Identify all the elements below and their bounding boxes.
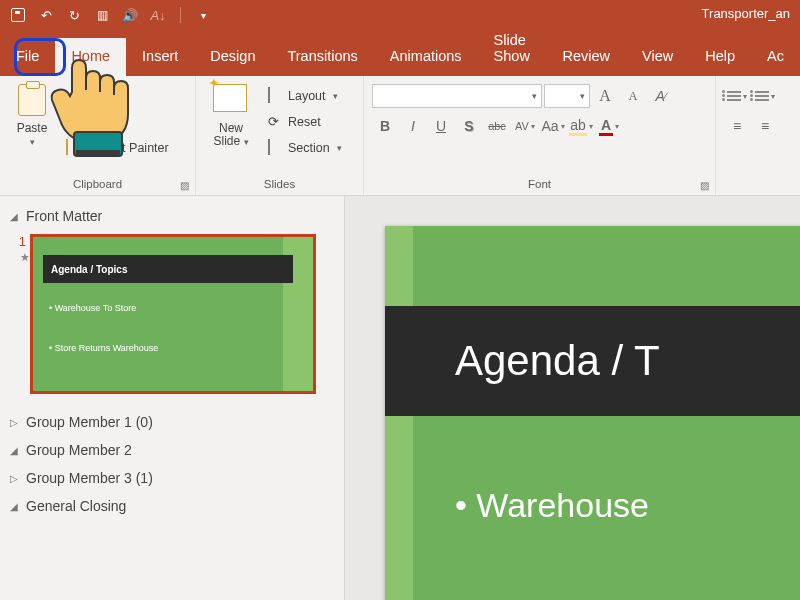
ribbon: Paste▾ ✂ Cut ⧉ Copy Format Painter Clipb…: [0, 76, 800, 196]
slide-thumbnail-row: 1 ★ Agenda / Topics • Warehouse To Store…: [6, 234, 334, 394]
paste-label: Paste: [17, 121, 48, 135]
font-family-combo[interactable]: ▾: [372, 84, 542, 108]
cut-button[interactable]: ✂ Cut: [62, 84, 173, 108]
numbering-icon: [755, 91, 769, 101]
clipboard-icon: [18, 84, 46, 116]
collapse-triangle-icon: ◢: [8, 445, 20, 456]
section-front-matter[interactable]: ◢Front Matter: [6, 202, 334, 230]
save-icon[interactable]: [10, 7, 26, 23]
font-color-button[interactable]: A: [596, 114, 622, 138]
font-dec-icon[interactable]: A↓: [150, 7, 166, 23]
tab-view[interactable]: View: [626, 38, 689, 76]
thumb-bullet-1: • Warehouse To Store: [49, 303, 136, 313]
group-paragraph: ≡ ≡: [716, 76, 800, 195]
section-general-closing[interactable]: ◢General Closing: [6, 492, 334, 520]
tab-review[interactable]: Review: [547, 38, 627, 76]
chevron-down-icon: ▾: [337, 143, 342, 153]
chevron-down-icon: ▾: [244, 137, 249, 147]
collapse-triangle-icon: ◢: [8, 211, 20, 222]
section-group-member-2[interactable]: ◢Group Member 2: [6, 436, 334, 464]
char-spacing-button[interactable]: AV: [512, 114, 538, 138]
align-center-button[interactable]: ≡: [752, 114, 778, 138]
outline-pane[interactable]: ◢Front Matter 1 ★ Agenda / Topics • Ware…: [0, 196, 345, 600]
slide-canvas[interactable]: Agenda / T • Warehouse: [345, 196, 800, 600]
volume-icon[interactable]: 🔊: [122, 7, 138, 23]
dialog-launcher-icon[interactable]: ▨: [700, 180, 709, 191]
slide-title[interactable]: Agenda / T: [385, 306, 800, 416]
thumb-title: Agenda / Topics: [43, 255, 293, 283]
qat-separator: [180, 7, 181, 23]
tab-help[interactable]: Help: [689, 38, 751, 76]
tab-home[interactable]: Home: [55, 38, 126, 76]
slide-number: 1: [6, 234, 30, 249]
section-group-member-1[interactable]: ▷Group Member 1 (0): [6, 408, 334, 436]
tab-transitions[interactable]: Transitions: [271, 38, 373, 76]
thumb-bullet-2: • Store Returns Warehouse: [49, 343, 158, 353]
expand-triangle-icon: ▷: [8, 473, 20, 484]
text-shadow-button[interactable]: S: [456, 114, 482, 138]
content-area: ◢Front Matter 1 ★ Agenda / Topics • Ware…: [0, 196, 800, 600]
quick-access-toolbar: ↶ ↻ ▥ 🔊 A↓ ▾: [0, 7, 211, 23]
paintbrush-icon: [66, 140, 82, 156]
chevron-down-icon: ▾: [30, 137, 35, 147]
group-clipboard: Paste▾ ✂ Cut ⧉ Copy Format Painter Clipb…: [0, 76, 196, 195]
font-size-combo[interactable]: ▾: [544, 84, 590, 108]
italic-button[interactable]: I: [400, 114, 426, 138]
tab-animations[interactable]: Animations: [374, 38, 478, 76]
clear-formatting-button[interactable]: A⁄: [648, 84, 674, 108]
tab-insert[interactable]: Insert: [126, 38, 194, 76]
slide-bullet-1[interactable]: • Warehouse: [455, 486, 649, 525]
window-title: Transporter_an: [702, 6, 790, 21]
layout-icon: [268, 88, 284, 104]
strikethrough-button[interactable]: abc: [484, 114, 510, 138]
tab-design[interactable]: Design: [194, 38, 271, 76]
slide-1[interactable]: Agenda / T • Warehouse: [385, 226, 800, 600]
tab-file[interactable]: File: [0, 38, 55, 76]
reset-icon: ⟳: [268, 114, 284, 130]
numbering-button[interactable]: [752, 84, 778, 108]
layout-button[interactable]: Layout▾: [264, 84, 346, 108]
group-clipboard-label: Clipboard: [73, 178, 122, 190]
chevron-down-icon: ▾: [333, 91, 338, 101]
format-painter-button[interactable]: Format Painter: [62, 136, 173, 160]
animation-star-icon: ★: [6, 251, 30, 264]
format-painter-label: Format Painter: [86, 141, 169, 155]
qat-customize-icon[interactable]: ▾: [195, 7, 211, 23]
redo-icon[interactable]: ↻: [66, 7, 82, 23]
copy-button[interactable]: ⧉ Copy: [62, 110, 173, 134]
underline-button[interactable]: U: [428, 114, 454, 138]
align-left-button[interactable]: ≡: [724, 114, 750, 138]
bullets-icon: [727, 91, 741, 101]
copy-icon: ⧉: [66, 114, 82, 130]
section-button[interactable]: Section▾: [264, 136, 346, 160]
ribbon-tabs: File Home Insert Design Transitions Anim…: [0, 30, 800, 76]
group-slides: NewSlide ▾ Layout▾ ⟳ Reset Section▾ Slid…: [196, 76, 364, 195]
new-slide-icon: [213, 84, 247, 112]
slide-thumbnail-1[interactable]: Agenda / Topics • Warehouse To Store • S…: [30, 234, 316, 394]
change-case-button[interactable]: Aa: [540, 114, 566, 138]
section-icon: [268, 140, 284, 156]
group-font-label: Font: [528, 178, 551, 190]
expand-triangle-icon: ▷: [8, 417, 20, 428]
bullets-button[interactable]: [724, 84, 750, 108]
collapse-triangle-icon: ◢: [8, 501, 20, 512]
bold-button[interactable]: B: [372, 114, 398, 138]
group-slides-label: Slides: [264, 178, 295, 190]
section-group-member-3[interactable]: ▷Group Member 3 (1): [6, 464, 334, 492]
paste-button[interactable]: Paste▾: [8, 80, 56, 148]
chevron-down-icon: ▾: [532, 91, 537, 101]
increase-font-button[interactable]: A: [592, 84, 618, 108]
group-font: ▾ ▾ A A A⁄ B I U S abc AV Aa ab A Font▨: [364, 76, 716, 195]
slideshow-start-icon[interactable]: ▥: [94, 7, 110, 23]
undo-icon[interactable]: ↶: [38, 7, 54, 23]
decrease-font-button[interactable]: A: [620, 84, 646, 108]
reset-button[interactable]: ⟳ Reset: [264, 110, 346, 134]
tab-slideshow[interactable]: Slide Show: [478, 22, 547, 76]
highlight-button[interactable]: ab: [568, 114, 594, 138]
tab-acrobat[interactable]: Ac: [751, 38, 800, 76]
scissors-icon: ✂: [66, 88, 82, 104]
title-bar: ↶ ↻ ▥ 🔊 A↓ ▾ Transporter_an: [0, 0, 800, 30]
dialog-launcher-icon[interactable]: ▨: [180, 180, 189, 191]
new-slide-button[interactable]: NewSlide ▾: [204, 80, 258, 148]
chevron-down-icon: ▾: [580, 91, 585, 101]
